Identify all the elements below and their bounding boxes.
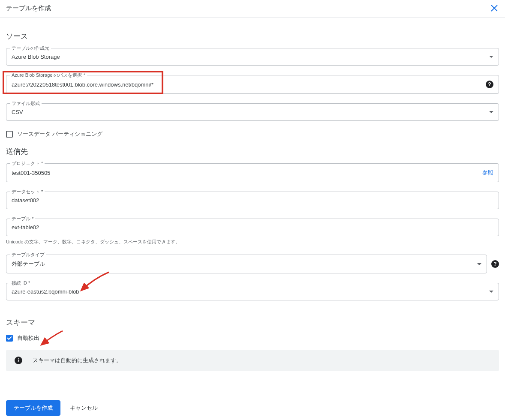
chevron-down-icon	[477, 263, 481, 265]
input-table-wrapper[interactable]	[6, 219, 499, 236]
label-project: プロジェクト *	[10, 160, 45, 167]
field-project: プロジェクト * 参照	[6, 163, 499, 182]
input-table[interactable]	[12, 224, 493, 231]
info-icon: i	[15, 357, 22, 364]
close-icon[interactable]	[490, 3, 499, 13]
select-table-type-value: 外部テーブル	[12, 260, 45, 268]
select-connection[interactable]: azure-eastus2.bqomni-blob	[6, 283, 499, 300]
input-project[interactable]	[12, 170, 479, 176]
label-connection: 接続 ID *	[10, 280, 32, 286]
select-table-type[interactable]: 外部テーブル	[6, 255, 487, 273]
dialog-footer: テーブルを作成 キャンセル	[6, 400, 98, 416]
checkbox-box-checked[interactable]	[6, 335, 13, 342]
input-dataset[interactable]	[12, 197, 493, 204]
cancel-button[interactable]: キャンセル	[70, 404, 98, 412]
section-title-destination: 送信先	[6, 147, 499, 156]
input-project-wrapper[interactable]: 参照	[6, 163, 499, 182]
help-icon[interactable]: ?	[491, 260, 499, 268]
input-dataset-wrapper[interactable]	[6, 192, 499, 209]
checkbox-auto-detect[interactable]: 自動検出	[6, 334, 499, 342]
field-connection: 接続 ID * azure-eastus2.bqomni-blob	[6, 283, 499, 300]
dialog-header: テーブルを作成	[0, 0, 505, 17]
select-create-from[interactable]: Azure Blob Storage	[6, 48, 499, 66]
dialog-title: テーブルを作成	[6, 4, 51, 12]
field-table: テーブル *	[6, 219, 499, 236]
chevron-down-icon	[489, 111, 493, 113]
field-create-from: テーブルの作成元 Azure Blob Storage	[6, 48, 499, 66]
section-title-source: ソース	[6, 31, 499, 41]
input-path[interactable]	[12, 81, 486, 88]
checkbox-box[interactable]	[6, 131, 13, 138]
label-format: ファイル形式	[10, 100, 42, 107]
select-format[interactable]: CSV	[6, 103, 499, 121]
help-icon[interactable]: ?	[486, 81, 493, 88]
chevron-down-icon	[489, 291, 493, 293]
label-table: テーブル *	[10, 216, 35, 222]
field-path: Azure Blob Storage のパスを選択 * ?	[6, 75, 499, 94]
field-format: ファイル形式 CSV	[6, 103, 499, 121]
select-connection-value: azure-eastus2.bqomni-blob	[12, 288, 79, 295]
select-format-value: CSV	[12, 109, 23, 115]
create-button[interactable]: テーブルを作成	[6, 400, 60, 416]
checkbox-partitioning[interactable]: ソースデータ パーティショニング	[6, 130, 499, 138]
browse-link[interactable]: 参照	[482, 169, 493, 177]
table-helper-text: Unicode の文字、マーク、数字、コネクタ、ダッシュ、スペースを使用できます…	[6, 239, 499, 245]
select-create-from-value: Azure Blob Storage	[12, 54, 60, 60]
chevron-down-icon	[489, 56, 493, 58]
field-dataset: データセット *	[6, 192, 499, 209]
section-title-schema: スキーマ	[6, 318, 499, 327]
label-create-from: テーブルの作成元	[10, 45, 51, 51]
info-banner: i スキーマは自動的に生成されます。	[6, 350, 499, 371]
info-text: スキーマは自動的に生成されます。	[33, 357, 122, 364]
field-table-type: テーブルタイプ 外部テーブル	[6, 255, 487, 273]
checkbox-auto-detect-label: 自動検出	[17, 334, 39, 342]
label-table-type: テーブルタイプ	[10, 252, 46, 258]
label-dataset: データセット *	[10, 189, 45, 195]
label-path: Azure Blob Storage のパスを選択 *	[10, 72, 87, 78]
checkbox-partitioning-label: ソースデータ パーティショニング	[17, 130, 102, 138]
